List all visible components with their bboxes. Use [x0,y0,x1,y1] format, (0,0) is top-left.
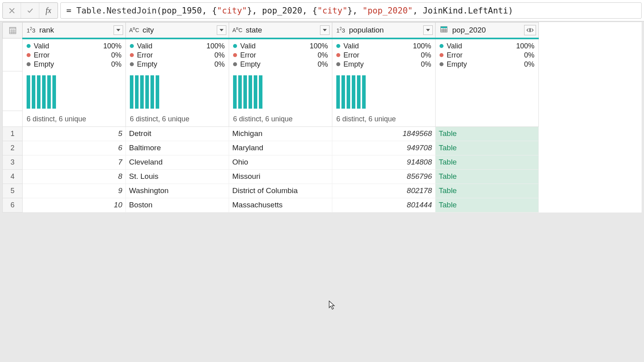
row-number[interactable]: 5 [3,184,23,198]
empty-dot-icon [336,62,340,66]
number-type-icon[interactable]: 123 [26,27,36,34]
cancel-formula-button[interactable] [3,3,21,18]
formula-controls: fx [2,2,58,19]
column-histogram-city [126,71,229,111]
column-name: population [349,26,420,34]
cell-rank[interactable]: 6 [23,141,126,155]
row-number[interactable]: 4 [3,169,23,184]
column-distinct-rank: 6 distinct, 6 unique [23,111,126,127]
valid-dot-icon [27,44,31,48]
accept-formula-button[interactable] [21,3,39,18]
column-header-rank[interactable]: 123rank [23,23,126,38]
empty-dot-icon [440,62,443,66]
cell-city[interactable]: Baltimore [126,141,229,155]
cell-pop_2020[interactable]: Table [436,198,539,212]
cell-state[interactable]: Massachusetts [229,198,332,212]
number-type-icon[interactable]: 123 [335,27,346,34]
column-quality-pop_2020: Valid100%Error0%Empty0% [436,38,539,71]
svg-rect-1 [10,27,16,29]
expand-column-button[interactable] [524,25,536,35]
column-histogram-pop_2020 [436,71,539,111]
cell-city[interactable]: Boston [126,198,229,212]
cell-pop_2020[interactable]: Table [436,155,539,169]
row-number[interactable]: 6 [3,198,23,212]
cell-rank[interactable]: 9 [23,184,126,198]
error-dot-icon [233,53,237,57]
cell-population[interactable]: 801444 [332,198,436,212]
column-filter-button[interactable] [217,25,226,35]
cell-city[interactable]: St. Louis [126,169,229,184]
column-distinct-state: 6 distinct, 6 unique [229,111,332,127]
column-histogram-population [332,71,436,111]
cell-population[interactable]: 856796 [332,169,436,184]
cell-city[interactable]: Cleveland [126,155,229,169]
cell-population[interactable]: 802178 [332,184,436,198]
error-dot-icon [336,53,340,57]
table-row[interactable]: 26BaltimoreMaryland949708Table [3,141,539,155]
column-quality-state: Valid100%Error0%Empty0% [229,38,332,71]
fx-button[interactable]: fx [39,3,58,18]
table-row[interactable]: 15DetroitMichigan1849568Table [3,126,539,141]
valid-dot-icon [130,44,134,48]
column-filter-button[interactable] [114,25,123,35]
text-type-icon[interactable]: ABC [129,27,139,33]
svg-rect-7 [441,27,447,28]
cell-population[interactable]: 949708 [332,141,436,155]
column-header-state[interactable]: ABCstate [229,23,332,38]
column-name: state [246,26,317,34]
cell-rank[interactable]: 10 [23,198,126,212]
cell-pop_2020[interactable]: Table [436,126,539,141]
row-number[interactable]: 2 [3,141,23,155]
formula-input[interactable]: = Table.NestedJoin(pop_1950, {"city"}, p… [60,2,642,19]
cell-population[interactable]: 1849568 [332,126,436,141]
column-histogram-rank [23,71,126,111]
column-header-pop_2020[interactable]: pop_2020 [436,23,539,38]
cell-state[interactable]: Missouri [229,169,332,184]
cell-pop_2020[interactable]: Table [436,184,539,198]
row-number[interactable]: 1 [3,126,23,141]
error-dot-icon [130,53,134,57]
cell-pop_2020[interactable]: Table [436,169,539,184]
cell-population[interactable]: 914808 [332,155,436,169]
cell-city[interactable]: Detroit [126,126,229,141]
column-quality-city: Valid100%Error0%Empty0% [126,38,229,71]
table-row[interactable]: 37ClevelandOhio914808Table [3,155,539,169]
column-name: pop_2020 [452,26,521,34]
cell-state[interactable]: Ohio [229,155,332,169]
column-distinct-population: 6 distinct, 6 unique [332,111,436,127]
cell-state[interactable]: Michigan [229,126,332,141]
text-type-icon[interactable]: ABC [232,27,243,33]
empty-dot-icon [130,62,134,66]
row-number[interactable]: 3 [3,155,23,169]
valid-dot-icon [233,44,237,48]
valid-dot-icon [336,44,340,48]
column-histogram-state [229,71,332,111]
column-filter-button[interactable] [423,25,433,35]
valid-dot-icon [440,44,443,48]
cell-pop_2020[interactable]: Table [436,141,539,155]
column-distinct-city: 6 distinct, 6 unique [126,111,229,127]
cell-state[interactable]: Maryland [229,141,332,155]
column-filter-button[interactable] [320,25,330,35]
cell-rank[interactable]: 7 [23,155,126,169]
cell-state[interactable]: District of Columbia [229,184,332,198]
table-row[interactable]: 610BostonMassachusetts801444Table [3,198,539,212]
cell-rank[interactable]: 5 [23,126,126,141]
column-name: rank [39,26,110,34]
column-header-city[interactable]: ABCcity [126,23,229,38]
table-row[interactable]: 48St. LouisMissouri856796Table [3,169,539,184]
column-quality-population: Valid100%Error0%Empty0% [332,38,436,71]
empty-dot-icon [233,62,237,66]
data-grid: 123rankABCcityABCstate123populationpop_2… [2,22,642,213]
column-name: city [143,26,214,34]
column-distinct-pop_2020 [436,111,539,127]
cell-rank[interactable]: 8 [23,169,126,184]
error-dot-icon [27,53,31,57]
empty-dot-icon [27,62,31,66]
table-corner-button[interactable] [3,23,23,38]
error-dot-icon [440,53,443,57]
column-header-population[interactable]: 123population [332,23,436,38]
table-type-icon[interactable] [439,26,449,34]
cell-city[interactable]: Washington [126,184,229,198]
table-row[interactable]: 59WashingtonDistrict of Columbia802178Ta… [3,184,539,198]
